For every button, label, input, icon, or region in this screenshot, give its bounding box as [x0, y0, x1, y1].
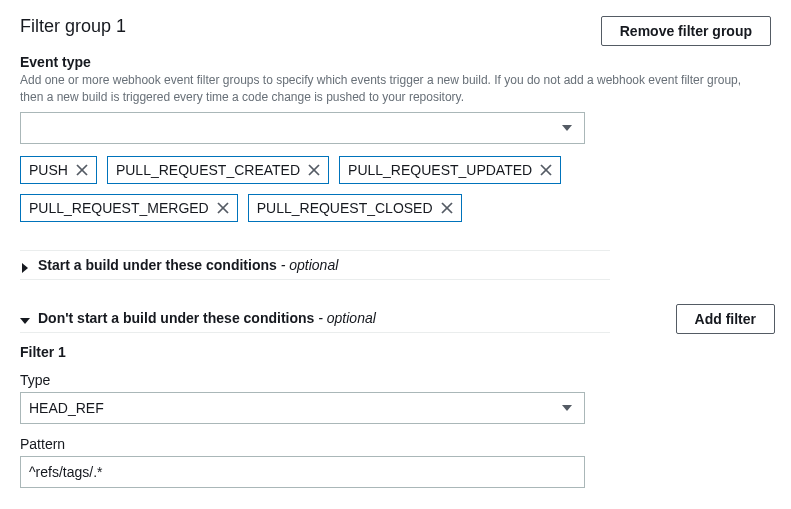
svg-marker-13 [562, 405, 572, 411]
event-type-tag: PULL_REQUEST_MERGED [20, 194, 238, 222]
start-build-conditions-label: Start a build under these conditions - o… [38, 257, 338, 273]
filter-1-title: Filter 1 [20, 344, 585, 360]
filter-group-title: Filter group 1 [20, 16, 126, 37]
close-icon[interactable] [217, 202, 229, 214]
event-type-helper: Add one or more webhook event filter gro… [20, 72, 760, 106]
add-filter-button[interactable]: Add filter [676, 304, 775, 334]
tag-label: PUSH [29, 162, 68, 178]
tag-label: PULL_REQUEST_CREATED [116, 162, 300, 178]
filter-type-select[interactable]: HEAD_REF [20, 392, 585, 424]
tag-label: PULL_REQUEST_MERGED [29, 200, 209, 216]
event-type-select[interactable] [20, 112, 585, 144]
filter-pattern-input[interactable] [20, 456, 585, 488]
close-icon[interactable] [76, 164, 88, 176]
triangle-right-icon [20, 260, 30, 270]
filter-pattern-label: Pattern [20, 436, 585, 452]
event-type-tags: PUSHPULL_REQUEST_CREATEDPULL_REQUEST_UPD… [20, 156, 771, 222]
tag-label: PULL_REQUEST_CLOSED [257, 200, 433, 216]
dont-start-build-conditions-label: Don't start a build under these conditio… [38, 310, 376, 326]
chevron-down-icon [550, 113, 584, 143]
event-type-tag: PUSH [20, 156, 97, 184]
event-type-tag: PULL_REQUEST_UPDATED [339, 156, 561, 184]
close-icon[interactable] [308, 164, 320, 176]
svg-marker-0 [562, 125, 572, 131]
chevron-down-icon [550, 393, 584, 423]
tag-label: PULL_REQUEST_UPDATED [348, 162, 532, 178]
event-type-tag: PULL_REQUEST_CREATED [107, 156, 329, 184]
close-icon[interactable] [441, 202, 453, 214]
svg-marker-11 [22, 263, 28, 273]
event-type-label: Event type [20, 54, 590, 70]
close-icon[interactable] [540, 164, 552, 176]
dont-start-build-conditions-toggle[interactable]: Don't start a build under these conditio… [20, 304, 610, 333]
remove-filter-group-button[interactable]: Remove filter group [601, 16, 771, 46]
event-type-tag: PULL_REQUEST_CLOSED [248, 194, 462, 222]
filter-type-label: Type [20, 372, 585, 388]
filter-type-value: HEAD_REF [29, 400, 104, 416]
start-build-conditions-toggle[interactable]: Start a build under these conditions - o… [20, 250, 610, 280]
svg-marker-12 [20, 318, 30, 324]
triangle-down-icon [20, 313, 30, 323]
